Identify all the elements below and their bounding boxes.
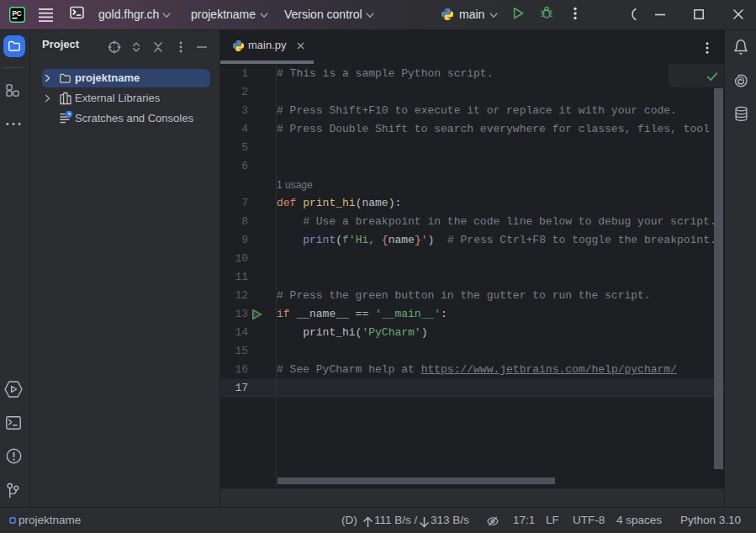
svg-text:PC: PC	[12, 10, 21, 18]
